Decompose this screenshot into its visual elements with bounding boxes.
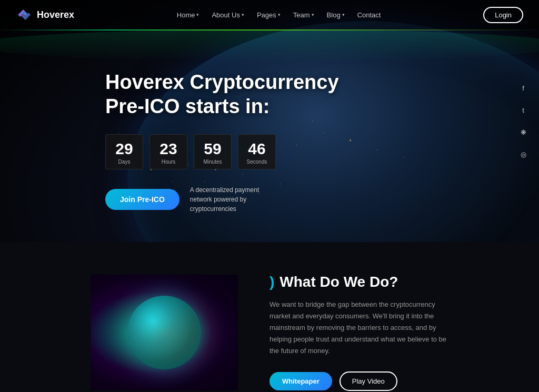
nebula-glow (91, 275, 238, 390)
nav-links: Home ▾ About Us ▾ Pages ▾ Team ▾ Blog (172, 8, 386, 22)
pages-caret: ▾ (278, 12, 281, 17)
facebook-icon[interactable]: f (516, 81, 531, 95)
instagram-icon[interactable]: ◎ (516, 147, 531, 162)
hero-actions: Join Pre-ICO A decentralized payment net… (105, 185, 339, 214)
what-we-do-section: ) What Do We Do? We want to bridge the g… (0, 242, 539, 392)
brand-name: Hoverex (37, 9, 74, 21)
hero-content: Hoverex Cryptocurrency Pre-ICO starts in… (0, 28, 339, 214)
countdown-timer: 29 Days 23 Hours 59 Minutes 46 Seconds (105, 134, 339, 169)
twitter-icon[interactable]: t (516, 103, 531, 117)
nebula-image (91, 275, 238, 390)
days-label: Days (110, 159, 138, 165)
countdown-minutes: 59 Minutes (194, 134, 232, 169)
blog-caret: ▾ (342, 12, 345, 17)
nav-contact[interactable]: Contact (352, 8, 386, 22)
nav-home[interactable]: Home ▾ (172, 8, 205, 22)
countdown-days: 29 Days (105, 134, 143, 169)
nav-pages[interactable]: Pages ▾ (252, 8, 286, 22)
home-caret: ▾ (196, 12, 199, 17)
join-pre-ico-button[interactable]: Join Pre-ICO (105, 189, 179, 210)
seconds-value: 46 (243, 141, 271, 157)
hours-label: Hours (154, 159, 183, 165)
team-caret: ▾ (312, 12, 314, 17)
nav-about[interactable]: About Us ▾ (206, 8, 249, 22)
hero-title: Hoverex Cryptocurrency Pre-ICO starts in… (105, 71, 339, 118)
what-we-do-content: ) What Do We Do? We want to bridge the g… (270, 274, 448, 391)
nebula-background (91, 275, 238, 390)
countdown-hours: 23 Hours (149, 134, 187, 169)
nav-team[interactable]: Team ▾ (288, 8, 320, 22)
hero-section: Hoverex Cryptocurrency Pre-ICO starts in… (0, 0, 539, 242)
seconds-label: Seconds (243, 159, 271, 165)
navbar: Hoverex Home ▾ About Us ▾ Pages ▾ Team ▾ (0, 0, 539, 29)
social-sidebar: f t ❋ ◎ (516, 81, 531, 162)
section2-body: We want to bridge the gap between the cr… (270, 299, 448, 357)
whitepaper-button[interactable]: Whitepaper (270, 372, 332, 390)
logo-icon (16, 6, 33, 23)
minutes-value: 59 (198, 141, 227, 157)
days-value: 29 (110, 141, 138, 157)
dribbble-icon[interactable]: ❋ (516, 125, 531, 139)
about-caret: ▾ (242, 12, 244, 17)
hours-value: 23 (154, 141, 183, 157)
section2-actions: Whitepaper Play Video (270, 371, 448, 391)
nav-blog[interactable]: Blog ▾ (322, 8, 350, 22)
play-video-button[interactable]: Play Video (340, 371, 397, 391)
section2-title: ) What Do We Do? (270, 274, 448, 290)
logo[interactable]: Hoverex (16, 6, 74, 23)
crescent-icon: ) (270, 274, 274, 290)
minutes-label: Minutes (198, 159, 227, 165)
hero-description: A decentralized payment network powered … (190, 185, 274, 214)
countdown-seconds: 46 Seconds (238, 134, 276, 169)
login-button[interactable]: Login (483, 7, 523, 23)
